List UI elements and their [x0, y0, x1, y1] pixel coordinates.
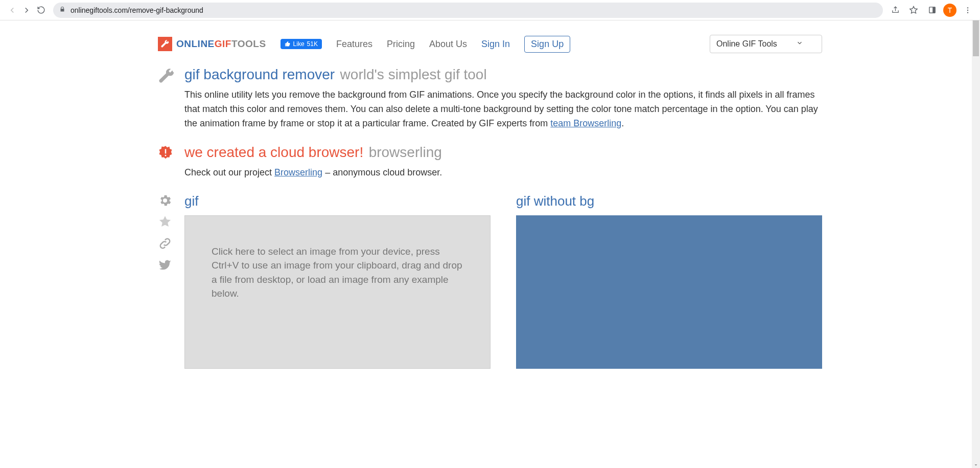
page-title: gif background remover: [184, 66, 335, 82]
promo-title: we created a cloud browser!: [184, 144, 363, 160]
signup-button[interactable]: Sign Up: [524, 36, 570, 53]
output-panel-title: gif without bg: [516, 193, 822, 209]
site-header: ONLINEGIFTOOLS Like 51K Features Pricing…: [158, 31, 822, 66]
page-subtitle: world's simplest gif tool: [340, 66, 487, 82]
dropzone-text: Click here to select an image from your …: [212, 244, 463, 301]
wrench-icon: [158, 37, 172, 51]
chevron-down-icon: [796, 39, 803, 49]
badge-icon: [158, 145, 175, 180]
kebab-menu-icon[interactable]: [961, 3, 975, 17]
tool-area: gif Click here to select an image from y…: [158, 193, 822, 369]
extensions-icon[interactable]: [925, 3, 939, 17]
output-panel: gif without bg: [516, 193, 822, 369]
browser-toolbar: onlinegiftools.com/remove-gif-background…: [0, 0, 980, 20]
lock-icon: [59, 6, 65, 14]
forward-button[interactable]: [19, 3, 34, 17]
fb-like-count: 51K: [307, 40, 318, 48]
twitter-icon[interactable]: [158, 258, 172, 272]
input-panel-title: gif: [184, 193, 491, 209]
intro-paragraph: This online utility lets you remove the …: [184, 88, 822, 131]
page-content: ONLINEGIFTOOLS Like 51K Features Pricing…: [153, 20, 827, 399]
file-dropzone[interactable]: Click here to select an image from your …: [184, 215, 491, 369]
wrench-icon: [158, 68, 175, 131]
address-bar[interactable]: onlinegiftools.com/remove-gif-background: [53, 3, 883, 18]
svg-point-3: [967, 9, 968, 10]
nav-about[interactable]: About Us: [429, 39, 467, 50]
svg-rect-6: [165, 154, 167, 156]
site-logo[interactable]: ONLINEGIFTOOLS: [158, 37, 266, 51]
nav-signin[interactable]: Sign In: [481, 39, 510, 50]
promo-subtitle: browserling: [369, 144, 442, 160]
link-icon[interactable]: [158, 236, 172, 251]
nav-pricing[interactable]: Pricing: [387, 39, 415, 50]
scrollbar[interactable]: [972, 20, 980, 399]
profile-avatar[interactable]: T: [943, 4, 956, 17]
svg-rect-5: [165, 149, 167, 153]
scrollbar-thumb[interactable]: [973, 20, 979, 56]
brand-text: ONLINEGIFTOOLS: [176, 38, 266, 50]
share-icon[interactable]: [888, 3, 902, 17]
output-canvas: [516, 215, 822, 369]
side-icons: [158, 193, 175, 369]
input-panel: gif Click here to select an image from y…: [184, 193, 491, 369]
bookmark-star-icon[interactable]: [906, 3, 921, 17]
promo-section: we created a cloud browser! browserling …: [158, 144, 822, 180]
gear-icon[interactable]: [158, 193, 172, 208]
promo-paragraph: Check out our project Browserling – anon…: [184, 166, 822, 180]
intro-section: gif background remover world's simplest …: [158, 66, 822, 131]
thumb-up-icon: [285, 41, 291, 47]
star-icon[interactable]: [158, 215, 172, 229]
url-text: onlinegiftools.com/remove-gif-background: [71, 6, 203, 14]
svg-rect-1: [932, 7, 935, 13]
site-select-dropdown[interactable]: Online GIF Tools: [710, 35, 822, 53]
svg-point-2: [967, 7, 968, 8]
team-browserling-link[interactable]: team Browserling: [550, 118, 621, 128]
back-button[interactable]: [5, 3, 19, 17]
avatar-letter: T: [948, 6, 952, 14]
facebook-like-button[interactable]: Like 51K: [281, 39, 322, 49]
reload-button[interactable]: [34, 3, 48, 17]
chrome-right-icons: T: [888, 3, 975, 17]
nav-features[interactable]: Features: [336, 39, 372, 50]
fb-like-label: Like: [293, 40, 305, 48]
site-select-value: Online GIF Tools: [716, 39, 777, 49]
browserling-link[interactable]: Browserling: [274, 167, 322, 177]
svg-point-4: [967, 12, 968, 13]
